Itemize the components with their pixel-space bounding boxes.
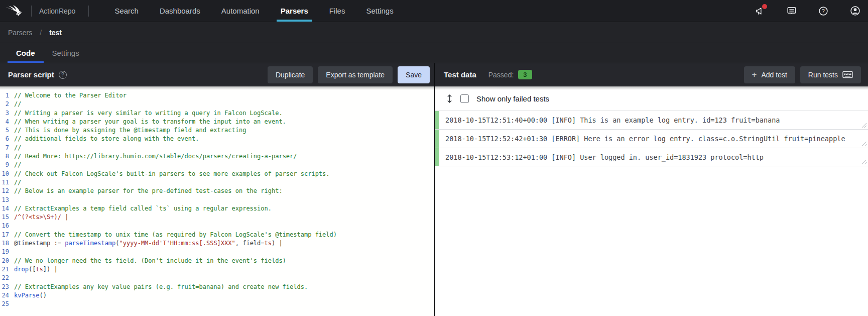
code-text: // Read More: https://library.humio.com/… [14, 152, 297, 161]
line-number: 20 [0, 257, 14, 265]
code-line[interactable]: 25 [0, 300, 434, 308]
code-line[interactable]: 17// Convert the timestamp to unix time … [0, 231, 434, 239]
test-passed-indicator [435, 130, 439, 148]
line-number: 4 [0, 118, 14, 126]
code-text: // [14, 144, 21, 152]
tab-code[interactable]: Code [8, 43, 44, 63]
resize-grip-icon[interactable] [861, 122, 866, 128]
parser-script-help-icon[interactable]: ? [59, 71, 67, 79]
code-line[interactable]: 14// ExtractExamples a temp field called… [0, 204, 434, 213]
code-line[interactable]: 12// Below is an example parser for the … [0, 187, 434, 195]
nav-item-settings[interactable]: Settings [355, 0, 404, 22]
account-icon[interactable] [849, 5, 861, 17]
line-number: 8 [0, 152, 14, 161]
run-tests-label: Run tests [808, 71, 838, 79]
announcement-icon[interactable] [754, 5, 766, 17]
code-line[interactable]: 20// We no longer need the ts field. (Do… [0, 257, 434, 265]
breadcrumb-parsers-link[interactable]: Parsers [8, 29, 32, 37]
code-text: // When writing a parser your goal is to… [14, 118, 286, 126]
line-number: 23 [0, 283, 14, 291]
code-text: // Check out Falcon LogScale's built-in … [14, 170, 330, 178]
breadcrumb-current: test [49, 29, 62, 37]
nav-item-search[interactable]: Search [104, 0, 149, 22]
line-number: 13 [0, 196, 14, 204]
code-line[interactable]: 16 [0, 222, 434, 230]
code-line[interactable]: 13 [0, 196, 434, 204]
line-number: 9 [0, 161, 14, 169]
code-line[interactable]: 5// This is done by assigning the @times… [0, 126, 434, 135]
tab-bar: Code Settings [0, 43, 868, 63]
line-number: 18 [0, 239, 14, 248]
keyboard-icon [842, 71, 853, 78]
test-case-row[interactable]: 2018-10-15T12:52:42+01:30 [ERROR] Here i… [435, 129, 868, 148]
repo-name[interactable]: ActionRepo [32, 7, 88, 15]
test-case-text: 2018-10-15T12:52:42+01:30 [ERROR] Here i… [439, 130, 868, 148]
export-template-button[interactable]: Export as template [318, 66, 393, 83]
nav-item-dashboards[interactable]: Dashboards [149, 0, 211, 22]
duplicate-button[interactable]: Duplicate [268, 66, 313, 83]
code-line[interactable]: 8// Read More: https://library.humio.com… [0, 152, 434, 161]
line-number: 15 [0, 213, 14, 222]
test-passed-indicator [435, 111, 439, 129]
code-line[interactable]: 4// When writing a parser your goal is t… [0, 118, 434, 126]
nav-utilities: ? [754, 0, 868, 22]
code-text: // [14, 100, 21, 109]
line-number: 17 [0, 231, 14, 239]
save-button[interactable]: Save [398, 66, 430, 83]
passed-label: Passed: [488, 71, 514, 79]
crowdstrike-logo-icon[interactable] [0, 0, 31, 22]
line-number: 5 [0, 126, 14, 135]
resize-grip-icon[interactable] [861, 141, 866, 146]
show-failed-checkbox[interactable] [460, 94, 469, 103]
test-case-row[interactable]: 2018-10-15T12:53:12+01:00 [INFO] User lo… [435, 148, 868, 166]
line-number: 25 [0, 300, 14, 308]
code-line[interactable]: 7// [0, 144, 434, 152]
code-line[interactable]: 3// Writing a parser is very similar to … [0, 109, 434, 118]
add-test-button[interactable]: + Add test [744, 66, 795, 83]
parser-script-toolbar: Parser script ? Duplicate Export as temp… [0, 63, 435, 86]
run-tests-button[interactable]: Run tests [800, 66, 861, 83]
code-text: kvParse() [14, 291, 47, 300]
breadcrumb: Parsers / test [0, 22, 868, 43]
code-line[interactable]: 21drop([ts]) | [0, 265, 434, 274]
code-line[interactable]: 6// additional fields to store along wit… [0, 135, 434, 143]
divider [88, 6, 89, 17]
code-text: // Below is an example parser for the pr… [14, 187, 283, 195]
resize-vertical-icon[interactable] [446, 94, 453, 103]
tab-settings[interactable]: Settings [44, 43, 88, 63]
panel-toolbars: Parser script ? Duplicate Export as temp… [0, 63, 868, 86]
test-filter-bar: Show only failed tests [435, 86, 868, 111]
line-number: 7 [0, 144, 14, 152]
resize-grip-icon[interactable] [861, 159, 866, 164]
line-number: 2 [0, 100, 14, 109]
code-line[interactable]: 2// [0, 100, 434, 109]
code-line[interactable]: 23// ExtractExamples any key value pairs… [0, 283, 434, 291]
code-line[interactable]: 18@timestamp := parseTimestamp("yyyy-MM-… [0, 239, 434, 248]
code-text: drop([ts]) | [14, 265, 58, 274]
code-line[interactable]: 22 [0, 274, 434, 282]
code-text: /^(?<ts>\S+)/ | [14, 213, 68, 222]
test-case-row[interactable]: 2018-10-15T12:51:40+00:00 [INFO] This is… [435, 111, 868, 129]
code-text: // Writing a parser is very similar to w… [14, 109, 283, 118]
add-test-label: Add test [761, 71, 787, 79]
code-text: // additional fields to store along with… [14, 135, 199, 143]
nav-item-parsers[interactable]: Parsers [270, 0, 319, 22]
parser-code-editor[interactable]: 1// Welcome to the Parser Editor2//3// W… [0, 86, 435, 316]
nav-item-files[interactable]: Files [319, 0, 356, 22]
breadcrumb-separator: / [40, 29, 42, 37]
code-lines: 1// Welcome to the Parser Editor2//3// W… [0, 91, 434, 308]
code-line[interactable]: 15/^(?<ts>\S+)/ | [0, 213, 434, 222]
show-failed-label[interactable]: Show only failed tests [476, 94, 549, 103]
code-text: // Welcome to the Parser Editor [14, 91, 127, 100]
nav-item-automation[interactable]: Automation [211, 0, 270, 22]
help-icon[interactable]: ? [817, 5, 829, 17]
code-line[interactable]: 9// [0, 161, 434, 169]
code-line[interactable]: 19 [0, 248, 434, 256]
code-line[interactable]: 10// Check out Falcon LogScale's built-i… [0, 170, 434, 178]
code-text: // Convert the timestamp to unix time (a… [14, 231, 337, 239]
code-line[interactable]: 1// Welcome to the Parser Editor [0, 91, 434, 100]
code-line[interactable]: 11// [0, 178, 434, 187]
feedback-icon[interactable] [786, 5, 798, 17]
code-line[interactable]: 24kvParse() [0, 291, 434, 300]
code-text: // ExtractExamples any key value pairs (… [14, 283, 308, 291]
